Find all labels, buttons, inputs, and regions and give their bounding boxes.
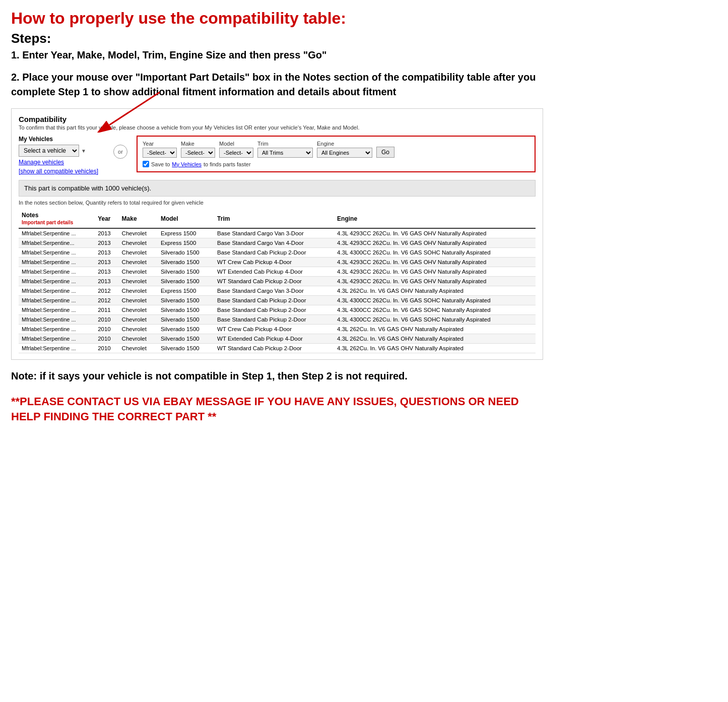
cell-12-3: Silverado 1500: [158, 344, 214, 353]
compat-controls-row: My Vehicles Select a vehicle ▼ Manage ve…: [19, 136, 536, 175]
engine-label: Engine: [317, 141, 372, 147]
dropdown-arrow-icon: ▼: [81, 148, 86, 154]
manage-vehicles-link[interactable]: Manage vehicles: [19, 159, 104, 166]
go-button[interactable]: Go: [376, 147, 394, 158]
make-select[interactable]: -Select-: [181, 148, 215, 158]
table-row: Mfrlabel:Serpentine ...2013ChevroletSilv…: [19, 248, 536, 258]
main-title: How to properly use the compatibility ta…: [11, 9, 543, 28]
cell-7-4: Base Standard Cab Pickup 2-Door: [214, 296, 334, 305]
table-row: Mfrlabel:Serpentine ...2013ChevroletSilv…: [19, 267, 536, 277]
cell-5-2: Chevrolet: [119, 277, 158, 286]
cell-9-5: 4.3L 4300CC 262Cu. In. V6 GAS SOHC Natur…: [334, 315, 536, 325]
cell-3-4: WT Crew Cab Pickup 4-Door: [214, 258, 334, 267]
cell-10-5: 4.3L 262Cu. In. V6 GAS OHV Naturally Asp…: [334, 325, 536, 334]
cell-10-4: WT Crew Cab Pickup 4-Door: [214, 325, 334, 334]
cell-8-1: 2011: [95, 305, 118, 315]
cell-2-1: 2013: [95, 248, 118, 258]
cell-3-3: Silverado 1500: [158, 258, 214, 267]
my-vehicles-section: My Vehicles Select a vehicle ▼ Manage ve…: [19, 136, 104, 175]
save-suffix: to finds parts faster: [204, 161, 251, 167]
cell-0-0: Mfrlabel:Serpentine ...: [19, 228, 95, 238]
compatibility-section: Compatibility To confirm that this part …: [11, 108, 543, 360]
table-row: Mfrlabel:Serpentine ...2010ChevroletSilv…: [19, 334, 536, 344]
note-text: Note: if it says your vehicle is not com…: [11, 369, 543, 383]
cell-1-2: Chevrolet: [119, 238, 158, 248]
arrow-graphic: [69, 87, 180, 133]
cell-2-5: 4.3L 4300CC 262Cu. In. V6 GAS SOHC Natur…: [334, 248, 536, 258]
cell-1-4: Base Standard Cargo Van 4-Door: [214, 238, 334, 248]
cell-11-2: Chevrolet: [119, 334, 158, 344]
engine-select[interactable]: All Engines: [317, 148, 372, 158]
cell-11-5: 4.3L 262Cu. In. V6 GAS OHV Naturally Asp…: [334, 334, 536, 344]
cell-6-1: 2012: [95, 286, 118, 296]
table-row: Mfrlabel:Serpentine ...2010ChevroletSilv…: [19, 325, 536, 334]
make-field-group: Make -Select-: [181, 141, 215, 158]
cell-5-4: WT Standard Cab Pickup 2-Door: [214, 277, 334, 286]
cell-0-1: 2013: [95, 228, 118, 238]
table-row: Mfrlabel:Serpentine ...2011ChevroletSilv…: [19, 305, 536, 315]
cell-11-0: Mfrlabel:Serpentine ...: [19, 334, 95, 344]
cell-10-1: 2010: [95, 325, 118, 334]
vehicle-select[interactable]: Select a vehicle: [19, 145, 79, 157]
cell-3-2: Chevrolet: [119, 258, 158, 267]
engine-field-group: Engine All Engines: [317, 141, 372, 158]
cell-12-1: 2010: [95, 344, 118, 353]
cell-11-3: Silverado 1500: [158, 334, 214, 344]
cell-6-5: 4.3L 262Cu. In. V6 GAS OHV Naturally Asp…: [334, 286, 536, 296]
col-header-notes: Notes Important part details: [19, 210, 95, 228]
save-checkbox[interactable]: [143, 161, 149, 167]
model-select[interactable]: -Select-: [219, 148, 253, 158]
cell-6-4: Base Standard Cargo Van 3-Door: [214, 286, 334, 296]
col-header-make: Make: [119, 210, 158, 228]
cell-4-4: WT Extended Cab Pickup 4-Door: [214, 267, 334, 277]
my-vehicles-save-link[interactable]: My Vehicles: [172, 161, 202, 167]
cell-4-3: Silverado 1500: [158, 267, 214, 277]
cell-7-5: 4.3L 4300CC 262Cu. In. V6 GAS SOHC Natur…: [334, 296, 536, 305]
model-field-group: Model -Select-: [219, 141, 253, 158]
cell-10-0: Mfrlabel:Serpentine ...: [19, 325, 95, 334]
cell-1-5: 4.3L 4293CC 262Cu. In. V6 GAS OHV Natura…: [334, 238, 536, 248]
year-select[interactable]: -Select-: [143, 148, 177, 158]
fields-row: Year -Select- Make -Select- Model -Selec…: [143, 141, 530, 158]
year-make-engine-section: Year -Select- Make -Select- Model -Selec…: [137, 136, 536, 172]
col-header-model: Model: [158, 210, 214, 228]
col-header-trim: Trim: [214, 210, 334, 228]
step1-text: 1. Enter Year, Make, Model, Trim, Engine…: [11, 49, 543, 61]
table-row: Mfrlabel:Serpentine ...2010ChevroletSilv…: [19, 315, 536, 325]
show-all-link[interactable]: [show all compatible vehicles]: [19, 168, 104, 175]
table-row: Mfrlabel:Serpentine ...2012ChevroletSilv…: [19, 296, 536, 305]
table-row: Mfrlabel:Serpentine ...2013ChevroletSilv…: [19, 277, 536, 286]
important-part-details-label: Important part details: [22, 220, 73, 225]
cell-12-0: Mfrlabel:Serpentine ...: [19, 344, 95, 353]
table-row: Mfrlabel:Serpentine ...2013ChevroletExpr…: [19, 228, 536, 238]
cell-0-5: 4.3L 4293CC 262Cu. In. V6 GAS OHV Natura…: [334, 228, 536, 238]
year-label: Year: [143, 141, 177, 147]
cell-9-4: Base Standard Cab Pickup 2-Door: [214, 315, 334, 325]
cell-2-3: Silverado 1500: [158, 248, 214, 258]
or-divider: or: [113, 145, 127, 159]
cell-6-3: Express 1500: [158, 286, 214, 296]
cell-12-5: 4.3L 262Cu. In. V6 GAS OHV Naturally Asp…: [334, 344, 536, 353]
save-text: Save to: [151, 161, 170, 167]
year-field-group: Year -Select-: [143, 141, 177, 158]
vehicle-select-wrapper: Select a vehicle ▼: [19, 145, 104, 157]
cell-9-0: Mfrlabel:Serpentine ...: [19, 315, 95, 325]
cell-7-3: Silverado 1500: [158, 296, 214, 305]
cell-5-5: 4.3L 4293CC 262Cu. In. V6 GAS OHV Natura…: [334, 277, 536, 286]
cell-11-1: 2010: [95, 334, 118, 344]
cell-8-4: Base Standard Cab Pickup 2-Door: [214, 305, 334, 315]
my-vehicles-label: My Vehicles: [19, 136, 104, 143]
table-header-row: Notes Important part details Year Make M…: [19, 210, 536, 228]
cell-2-0: Mfrlabel:Serpentine ...: [19, 248, 95, 258]
ebay-message: **PLEASE CONTACT US VIA EBAY MESSAGE IF …: [11, 394, 543, 424]
col-header-engine: Engine: [334, 210, 536, 228]
table-row: Mfrlabel:Serpentine...2013ChevroletExpre…: [19, 238, 536, 248]
trim-select[interactable]: All Trims: [257, 148, 313, 158]
cell-7-1: 2012: [95, 296, 118, 305]
cell-2-4: Base Standard Cab Pickup 2-Door: [214, 248, 334, 258]
cell-7-0: Mfrlabel:Serpentine ...: [19, 296, 95, 305]
steps-heading: Steps:: [11, 31, 543, 46]
table-row: Mfrlabel:Serpentine ...2012ChevroletExpr…: [19, 286, 536, 296]
cell-10-3: Silverado 1500: [158, 325, 214, 334]
save-checkbox-row: Save to My Vehicles to finds parts faste…: [143, 161, 530, 167]
